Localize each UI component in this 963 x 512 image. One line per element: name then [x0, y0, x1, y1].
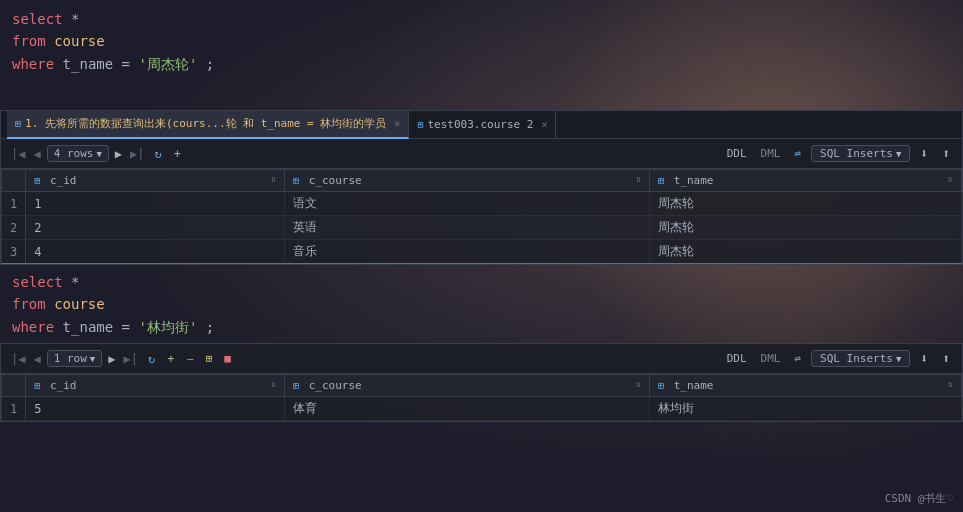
nav-last-2[interactable]: ▶| [121, 352, 139, 366]
th-c_id-1[interactable]: ⊞ c_id ⇅ [26, 170, 285, 192]
tab-1[interactable]: ⊞ 1. 先将所需的数据查询出来(cours...轮 和 t_name = 林均… [7, 111, 409, 139]
refresh-btn-2[interactable]: ↻ [144, 350, 159, 368]
refresh-btn-1[interactable]: ↻ [151, 145, 166, 163]
sql-inserts-btn-2[interactable]: SQL Inserts ▼ [811, 350, 910, 367]
tab-icon-2: ⊞ [417, 119, 423, 130]
tab-close-1[interactable]: × [394, 118, 400, 129]
table-header-row-1: ⊞ c_id ⇅ ⊞ c_course ⇅ ⊞ t_name ⇅ [2, 170, 962, 192]
keyword-where-1: where [12, 56, 54, 72]
sort-icon-c_id-2[interactable]: ⇅ [271, 379, 276, 389]
cell-t_name: 林均街 [650, 397, 962, 421]
rows-dropdown-icon-2[interactable]: ▼ [90, 354, 95, 364]
nav-prev-1[interactable]: ◀ [31, 147, 42, 161]
dml-btn-2[interactable]: DML [757, 352, 785, 365]
ddl-btn-2[interactable]: DDL [723, 352, 751, 365]
col-name-c_course-1: c_course [309, 174, 362, 187]
rows-count-1: 4 rows [54, 147, 94, 160]
sync-btn-2[interactable]: ⇌ [790, 350, 805, 367]
results-panel-2: |◀ ◀ 1 row ▼ ▶ ▶| ↻ + − ⊞ ■ DDL DML ⇌ SQ… [0, 343, 963, 422]
col-name-c_course-2: c_course [309, 379, 362, 392]
download-btn-2[interactable]: ⬇ [916, 349, 932, 368]
results-panel-1: ⊞ 1. 先将所需的数据查询出来(cours...轮 和 t_name = 林均… [0, 110, 963, 265]
nav-next-2[interactable]: ▶ [106, 352, 117, 366]
condition-op-2: = [122, 319, 130, 335]
sql-inserts-label-1: SQL Inserts [820, 147, 893, 160]
table-container-2: ⊞ c_id ⇅ ⊞ c_course ⇅ ⊞ t_name ⇅ [1, 374, 962, 421]
col-icon-t_name-1: ⊞ [658, 175, 664, 186]
cell-c_course: 体育 [285, 397, 650, 421]
rows-dropdown-icon[interactable]: ▼ [96, 149, 101, 159]
cell-c_course: 语文 [285, 192, 650, 216]
sort-icon-c_course-2[interactable]: ⇅ [636, 379, 641, 389]
table-row: 1 5 体育 林均街 [2, 397, 962, 421]
rows-indicator-1: 4 rows ▼ [47, 145, 109, 162]
download-btn-1[interactable]: ⬇ [916, 144, 932, 163]
keyword-select-1: select [12, 11, 63, 27]
dml-btn-1[interactable]: DML [757, 147, 785, 160]
upload-btn-2[interactable]: ⬆ [938, 349, 954, 368]
col-icon-c_course-1: ⊞ [293, 175, 299, 186]
th-rownum-2 [2, 375, 26, 397]
data-table-1: ⊞ c_id ⇅ ⊞ c_course ⇅ ⊞ t_name ⇅ [1, 169, 962, 264]
table-row: 3 4 音乐 周杰轮 [2, 240, 962, 264]
th-c_course-2[interactable]: ⊞ c_course ⇅ [285, 375, 650, 397]
keyword-from-1: from [12, 33, 46, 49]
nav-first-1[interactable]: |◀ [9, 147, 27, 161]
condition-field-2: t_name [63, 319, 114, 335]
sort-icon-c_id-1[interactable]: ⇅ [271, 174, 276, 184]
sort-icon-c_course-1[interactable]: ⇅ [636, 174, 641, 184]
sql-line-3: where t_name = '周杰轮' ; [12, 53, 951, 75]
col-icon-c_course-2: ⊞ [293, 380, 299, 391]
sort-icon-t_name-1[interactable]: ⇅ [948, 174, 953, 184]
nav-last-1[interactable]: ▶| [128, 147, 146, 161]
cell-c_id: 5 [26, 397, 285, 421]
nav-prev-2[interactable]: ◀ [31, 352, 42, 366]
main-content: select * from course where t_name = '周杰轮… [0, 0, 963, 512]
data-table-2: ⊞ c_id ⇅ ⊞ c_course ⇅ ⊞ t_name ⇅ [1, 374, 962, 421]
cell-c_id: 1 [26, 192, 285, 216]
table-row: 1 1 语文 周杰轮 [2, 192, 962, 216]
operator-star-2: * [71, 274, 79, 290]
tab-close-2[interactable]: × [541, 119, 547, 130]
th-c_id-2[interactable]: ⊞ c_id ⇅ [26, 375, 285, 397]
tab-2[interactable]: ⊞ test003.course 2 × [409, 111, 556, 139]
db-btn-2[interactable]: ⊞ [202, 350, 217, 367]
th-t_name-2[interactable]: ⊞ t_name ⇅ [650, 375, 962, 397]
cell-c_course: 英语 [285, 216, 650, 240]
tab-label-1: 1. 先将所需的数据查询出来(cours...轮 和 t_name = 林均街的… [25, 116, 386, 131]
col-icon-c_id-2: ⊞ [34, 380, 40, 391]
th-rownum-1 [2, 170, 26, 192]
sql-inserts-btn-1[interactable]: SQL Inserts ▼ [811, 145, 910, 162]
tabs-bar-1: ⊞ 1. 先将所需的数据查询出来(cours...轮 和 t_name = 林均… [1, 111, 962, 139]
th-c_course-1[interactable]: ⊞ c_course ⇅ [285, 170, 650, 192]
tab-icon-1: ⊞ [15, 118, 21, 129]
sql-editor-top: select * from course where t_name = '周杰轮… [0, 0, 963, 110]
cell-c_id: 4 [26, 240, 285, 264]
table-header-row-2: ⊞ c_id ⇅ ⊞ c_course ⇅ ⊞ t_name ⇅ [2, 375, 962, 397]
nav-first-2[interactable]: |◀ [9, 352, 27, 366]
col-name-t_name-2: t_name [674, 379, 714, 392]
condition-value-2: '林均街' [138, 319, 197, 335]
nav-next-1[interactable]: ▶ [113, 147, 124, 161]
ddl-btn-1[interactable]: DDL [723, 147, 751, 160]
sql-line-1: select * [12, 8, 951, 30]
upload-btn-1[interactable]: ⬆ [938, 144, 954, 163]
sync-btn-1[interactable]: ⇌ [790, 145, 805, 162]
toolbar-2: |◀ ◀ 1 row ▼ ▶ ▶| ↻ + − ⊞ ■ DDL DML ⇌ SQ… [1, 344, 962, 374]
add-btn-2[interactable]: + [163, 350, 178, 368]
sql-line-2: from course [12, 30, 951, 52]
condition-value-1: '周杰轮' [138, 56, 197, 72]
operator-star-1: * [71, 11, 79, 27]
col-name-c_id-2: c_id [50, 379, 77, 392]
add-btn-1[interactable]: + [170, 145, 185, 163]
th-t_name-1[interactable]: ⊞ t_name ⇅ [650, 170, 962, 192]
remove-btn-2[interactable]: − [182, 350, 197, 368]
cell-rownum: 2 [2, 216, 26, 240]
table-container-1: ⊞ c_id ⇅ ⊞ c_course ⇅ ⊞ t_name ⇅ [1, 169, 962, 264]
cell-c_course: 音乐 [285, 240, 650, 264]
sql-editor-bottom: select * from course where t_name = '林均街… [0, 265, 963, 343]
stop-btn-2[interactable]: ■ [220, 350, 235, 367]
cell-t_name: 周杰轮 [650, 216, 962, 240]
sort-icon-t_name-2[interactable]: ⇅ [948, 379, 953, 389]
col-name-c_id-1: c_id [50, 174, 77, 187]
